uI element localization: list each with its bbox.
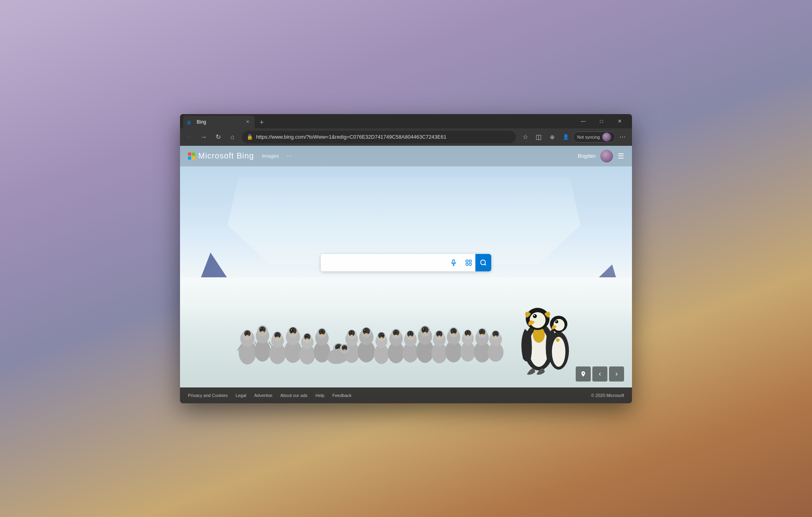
footer-privacy[interactable]: Privacy and Cookies (188, 393, 228, 398)
profile-button[interactable]: 👤 (559, 131, 572, 143)
new-tab-button[interactable]: + (256, 117, 267, 128)
bing-user-area: Bogdan ☰ (578, 150, 624, 162)
svg-point-5 (246, 332, 247, 333)
profile-icon: 👤 (563, 134, 569, 140)
svg-point-58 (350, 335, 353, 336)
svg-point-146 (343, 346, 344, 347)
back-button[interactable]: ← (183, 131, 196, 143)
svg-point-57 (350, 332, 351, 332)
svg-point-65 (365, 333, 368, 335)
tab-area: B Bing ✕ + (183, 114, 574, 128)
bg-location-button[interactable] (576, 366, 591, 382)
star-icon: ☆ (523, 133, 528, 141)
refresh-button[interactable]: ↻ (212, 131, 224, 143)
bing-header: Microsoft Bing Images ··· Bogdan ☰ (180, 146, 632, 166)
back-icon: ← (186, 134, 193, 141)
svg-point-135 (534, 315, 535, 316)
svg-point-85 (412, 332, 412, 333)
bing-username: Bogdan (578, 153, 596, 159)
more-button[interactable]: ⋯ (616, 131, 629, 143)
search-box (321, 254, 491, 271)
svg-point-31 (291, 333, 295, 334)
bg-prev-button[interactable]: ‹ (592, 366, 607, 382)
svg-point-92 (423, 328, 424, 329)
url-text: https://www.bing.com/?toWww=1&redig=C076… (256, 134, 511, 140)
svg-point-99 (438, 332, 439, 333)
home-icon: ⌂ (230, 134, 234, 141)
forward-button[interactable]: → (197, 131, 210, 143)
footer-help[interactable]: Help (316, 393, 325, 398)
webpage-content: Microsoft Bing Images ··· Bogdan ☰ (180, 146, 632, 403)
tab-close-button[interactable]: ✕ (244, 119, 251, 125)
search-input[interactable] (326, 259, 447, 266)
bing-avatar[interactable] (600, 150, 613, 162)
visual-search-button[interactable] (462, 256, 475, 269)
active-tab[interactable]: B Bing ✕ (183, 116, 255, 128)
svg-point-121 (481, 334, 484, 336)
prev-icon: ‹ (599, 370, 601, 378)
svg-point-127 (497, 332, 498, 333)
svg-rect-152 (469, 260, 471, 262)
tab-title: Bing (197, 119, 241, 125)
navigation-bar: ← → ↻ ⌂ 🔒 https://www.bing.com/?toWww=1&… (180, 128, 632, 146)
footer-advertise[interactable]: Advertise (254, 393, 272, 398)
svg-point-30 (291, 329, 292, 330)
background-navigation: ‹ › (576, 366, 624, 382)
svg-point-14 (261, 328, 262, 329)
profile-avatar (602, 133, 611, 141)
svg-point-23 (276, 334, 277, 334)
extensions-icon: ⊕ (550, 134, 555, 140)
svg-rect-154 (469, 263, 471, 265)
not-syncing-button[interactable]: Not syncing (573, 132, 615, 143)
svg-point-64 (364, 330, 365, 330)
footer-legal[interactable]: Legal (236, 393, 246, 398)
search-actions (447, 256, 475, 269)
ms-logo-green (192, 153, 195, 156)
bing-menu-icon[interactable]: ☰ (618, 152, 624, 160)
next-icon: › (615, 370, 618, 378)
svg-rect-153 (466, 263, 468, 265)
bing-navigation: Images ··· (262, 153, 292, 160)
svg-point-107 (452, 333, 455, 335)
window-controls: — □ ✕ (574, 114, 629, 128)
maximize-button[interactable]: □ (592, 114, 611, 128)
svg-point-6 (246, 335, 249, 337)
svg-rect-148 (453, 259, 455, 263)
svg-point-78 (395, 331, 395, 332)
search-submit-button[interactable] (475, 254, 491, 271)
nav-images[interactable]: Images (262, 153, 279, 159)
glacier (228, 177, 580, 265)
svg-point-134 (533, 314, 537, 318)
bg-next-button[interactable]: › (609, 366, 624, 382)
svg-point-15 (261, 331, 264, 333)
svg-point-106 (455, 330, 456, 330)
svg-point-37 (306, 335, 306, 336)
tab-favicon: B (187, 119, 193, 125)
title-bar: B Bing ✕ + — □ ✕ (180, 114, 632, 128)
collections-button[interactable]: ◫ (532, 131, 545, 143)
bookmark-button[interactable]: ☆ (519, 131, 532, 143)
minimize-button[interactable]: — (574, 114, 592, 128)
svg-point-79 (395, 335, 398, 336)
footer-about-ads[interactable]: About our ads (280, 393, 308, 398)
lock-icon: 🔒 (247, 134, 253, 140)
svg-rect-151 (466, 260, 468, 262)
svg-point-93 (423, 332, 427, 334)
refresh-icon: ↻ (216, 133, 221, 141)
svg-point-71 (383, 334, 383, 335)
home-button[interactable]: ⌂ (226, 131, 239, 143)
svg-point-72 (380, 337, 383, 339)
nav-more[interactable]: ··· (287, 153, 292, 160)
svg-point-128 (494, 336, 497, 337)
bing-logo[interactable]: Microsoft Bing (188, 151, 254, 160)
tab-favicon-letter: B (187, 120, 191, 126)
voice-search-button[interactable] (447, 256, 460, 269)
extensions-button[interactable]: ⊕ (546, 131, 559, 143)
avatar-image (602, 133, 611, 141)
address-bar[interactable]: 🔒 https://www.bing.com/?toWww=1&redig=C0… (242, 131, 516, 143)
footer-links: Privacy and Cookies Legal Advertise Abou… (188, 393, 352, 398)
footer-feedback[interactable]: Feedback (332, 393, 351, 398)
svg-point-114 (467, 335, 469, 336)
close-button[interactable]: ✕ (611, 114, 629, 128)
search-container (321, 254, 491, 271)
